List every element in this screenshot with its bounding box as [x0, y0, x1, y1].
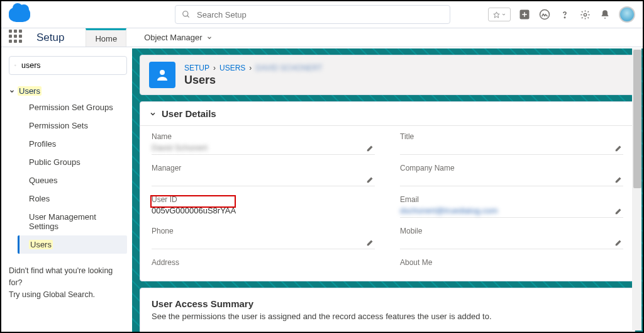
field-value-email[interactable]: dschonert@truedialog.com: [400, 206, 614, 216]
trailhead-button[interactable]: [538, 8, 551, 21]
edit-pencil-icon[interactable]: [366, 175, 375, 184]
sidebar-item-queues[interactable]: Queues: [18, 171, 127, 189]
breadcrumb: SETUP › USERS › DAVID SCHONERT: [184, 64, 323, 72]
sidebar-item-roles[interactable]: Roles: [18, 189, 127, 208]
gear-icon: [580, 9, 591, 20]
sidebar-item-public-groups[interactable]: Public Groups: [18, 153, 127, 171]
svg-point-7: [14, 65, 16, 66]
field-value-manager: [152, 174, 366, 184]
svg-point-4: [540, 10, 550, 20]
sidebar-footer-hint: Didn't find what you're looking for? Try…: [9, 265, 127, 300]
main-content: SETUP › USERS › DAVID SCHONERT Users Use…: [132, 48, 643, 332]
edit-pencil-icon[interactable]: [366, 238, 375, 247]
sidebar-item-user-management-settings[interactable]: User Management Settings: [18, 208, 127, 235]
edit-pencil-icon[interactable]: [614, 144, 623, 152]
tab-home[interactable]: Home: [86, 28, 126, 47]
chevron-down-icon: [501, 12, 506, 17]
svg-line-8: [16, 65, 16, 66]
trailhead-icon: [539, 9, 550, 20]
context-nav-bar: Setup Home Object Manager: [1, 28, 643, 47]
question-icon: [560, 9, 570, 20]
header-utility-icons: [488, 6, 635, 23]
breadcrumb-user-name[interactable]: DAVID SCHONERT: [255, 64, 322, 72]
svg-marker-2: [493, 11, 499, 17]
user-access-summary-card: User Access Summary See the permissions …: [140, 288, 635, 332]
chevron-down-icon: [149, 110, 157, 118]
field-label-company: Company Name: [400, 164, 623, 172]
access-summary-description: See the permissions the user is assigned…: [152, 312, 623, 321]
user-details-card: User Details Name David Schonert: [140, 101, 635, 281]
tree-root-label: Users: [18, 86, 42, 96]
tree-node-users-root[interactable]: Users: [9, 84, 127, 98]
field-label-mobile: Mobile: [400, 227, 623, 235]
field-label-about-me: About Me: [400, 258, 623, 267]
sidebar-item-profiles[interactable]: Profiles: [18, 135, 127, 153]
app-launcher-button[interactable]: [9, 30, 25, 46]
user-details-header[interactable]: User Details: [140, 102, 635, 126]
sidebar-item-permission-sets[interactable]: Permission Sets: [18, 116, 127, 135]
page-title: Users: [184, 74, 323, 87]
notifications-button[interactable]: [599, 8, 611, 21]
tab-object-manager[interactable]: Object Manager: [135, 28, 221, 47]
tab-label: Object Manager: [144, 33, 203, 42]
svg-point-0: [183, 11, 188, 16]
search-icon: [182, 10, 191, 19]
field-value-name: David Schonert: [152, 143, 366, 153]
field-value-title: [400, 143, 614, 153]
global-actions-button[interactable]: [518, 8, 531, 21]
field-label-name: Name: [152, 132, 375, 141]
field-label-title: Title: [400, 132, 623, 141]
field-value-user-id: 005vG000006uS8rYAA: [152, 206, 375, 216]
svg-line-1: [187, 16, 189, 18]
setup-gear-button[interactable]: [579, 8, 591, 21]
field-value-mobile: [400, 237, 614, 247]
chevron-down-icon: [206, 35, 213, 41]
star-icon: [493, 11, 500, 18]
edit-pencil-icon[interactable]: [614, 175, 623, 184]
user-avatar[interactable]: [619, 6, 635, 23]
edit-pencil-icon[interactable]: [366, 144, 375, 152]
field-label-user-id: User ID: [152, 195, 375, 204]
bell-icon: [600, 9, 610, 20]
sidebar-item-permission-set-groups[interactable]: Permission Set Groups: [18, 98, 127, 116]
plus-square-icon: [519, 9, 530, 20]
page-header-icon: [149, 62, 175, 88]
svg-point-9: [160, 70, 165, 75]
field-label-address: Address: [152, 258, 375, 267]
search-icon: [14, 62, 16, 69]
field-label-manager: Manager: [152, 164, 375, 172]
salesforce-logo: [9, 7, 30, 22]
user-icon: [155, 67, 170, 82]
field-label-phone: Phone: [152, 227, 375, 235]
favorites-menu[interactable]: [488, 8, 511, 21]
quick-find-input[interactable]: [20, 60, 121, 71]
edit-pencil-icon[interactable]: [614, 238, 623, 247]
global-search[interactable]: [175, 5, 450, 24]
breadcrumb-users[interactable]: USERS: [219, 64, 245, 72]
field-value-company: [400, 174, 614, 184]
setup-sidebar: Users Permission Set Groups Permission S…: [1, 48, 132, 332]
field-label-email: Email: [400, 195, 623, 204]
global-search-input[interactable]: [196, 9, 443, 20]
chevron-down-icon: [9, 88, 15, 94]
svg-point-5: [564, 17, 565, 18]
global-header: [1, 1, 643, 28]
app-name: Setup: [36, 31, 64, 44]
help-button[interactable]: [558, 8, 571, 21]
page-header: SETUP › USERS › DAVID SCHONERT Users: [140, 55, 635, 95]
vertical-scrollbar-thumb[interactable]: [633, 50, 641, 188]
edit-pencil-icon[interactable]: [614, 206, 623, 215]
svg-point-6: [584, 13, 586, 16]
sidebar-quick-find[interactable]: [9, 56, 127, 75]
field-value-phone: [152, 237, 366, 247]
breadcrumb-setup[interactable]: SETUP: [184, 64, 209, 72]
sidebar-item-users[interactable]: Users: [18, 235, 127, 254]
access-summary-title: User Access Summary: [152, 298, 623, 309]
